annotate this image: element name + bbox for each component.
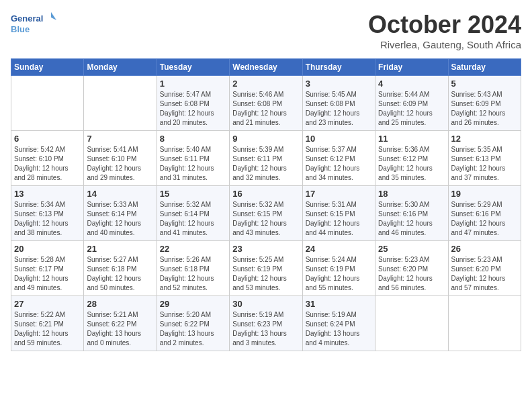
- day-number: 29: [160, 299, 226, 309]
- day-number: 12: [451, 134, 518, 144]
- calendar-cell: 27Sunrise: 5:22 AM Sunset: 6:21 PM Dayli…: [11, 296, 84, 351]
- day-info: Sunrise: 5:40 AM Sunset: 6:11 PM Dayligh…: [160, 145, 226, 183]
- day-info: Sunrise: 5:46 AM Sunset: 6:08 PM Dayligh…: [232, 90, 299, 128]
- day-info: Sunrise: 5:36 AM Sunset: 6:12 PM Dayligh…: [378, 145, 445, 183]
- day-info: Sunrise: 5:32 AM Sunset: 6:15 PM Dayligh…: [232, 200, 299, 238]
- day-number: 11: [378, 134, 445, 144]
- day-number: 7: [87, 134, 153, 144]
- day-number: 16: [232, 189, 299, 199]
- day-info: Sunrise: 5:37 AM Sunset: 6:12 PM Dayligh…: [306, 145, 372, 183]
- calendar-cell: 17Sunrise: 5:31 AM Sunset: 6:15 PM Dayli…: [302, 186, 375, 241]
- day-number: 24: [306, 244, 372, 254]
- svg-marker-2: [51, 12, 56, 20]
- calendar-cell: 18Sunrise: 5:30 AM Sunset: 6:16 PM Dayli…: [375, 186, 448, 241]
- calendar-cell: 4Sunrise: 5:44 AM Sunset: 6:09 PM Daylig…: [375, 76, 448, 131]
- svg-text:General: General: [11, 13, 43, 24]
- day-number: 25: [378, 244, 445, 254]
- calendar-cell: 24Sunrise: 5:24 AM Sunset: 6:19 PM Dayli…: [302, 241, 375, 296]
- day-info: Sunrise: 5:19 AM Sunset: 6:23 PM Dayligh…: [232, 310, 299, 348]
- calendar-cell: 30Sunrise: 5:19 AM Sunset: 6:23 PM Dayli…: [230, 296, 302, 351]
- logo-svg: General Blue: [11, 11, 58, 38]
- day-info: Sunrise: 5:45 AM Sunset: 6:08 PM Dayligh…: [306, 90, 372, 128]
- day-number: 17: [306, 189, 372, 199]
- day-number: 9: [232, 134, 299, 144]
- calendar-cell: 16Sunrise: 5:32 AM Sunset: 6:15 PM Dayli…: [230, 186, 302, 241]
- day-header-wednesday: Wednesday: [230, 59, 302, 76]
- day-info: Sunrise: 5:25 AM Sunset: 6:19 PM Dayligh…: [232, 255, 299, 293]
- day-info: Sunrise: 5:24 AM Sunset: 6:19 PM Dayligh…: [306, 255, 372, 293]
- day-number: 23: [232, 244, 299, 254]
- day-info: Sunrise: 5:42 AM Sunset: 6:10 PM Dayligh…: [14, 145, 81, 183]
- day-info: Sunrise: 5:26 AM Sunset: 6:18 PM Dayligh…: [160, 255, 226, 293]
- calendar-cell: 23Sunrise: 5:25 AM Sunset: 6:19 PM Dayli…: [230, 241, 302, 296]
- day-number: 31: [306, 299, 372, 309]
- calendar-cell: 10Sunrise: 5:37 AM Sunset: 6:12 PM Dayli…: [302, 131, 375, 186]
- month-title: October 2024: [368, 11, 521, 39]
- calendar-cell: 11Sunrise: 5:36 AM Sunset: 6:12 PM Dayli…: [375, 131, 448, 186]
- calendar-cell: 12Sunrise: 5:35 AM Sunset: 6:13 PM Dayli…: [448, 131, 521, 186]
- day-number: 1: [160, 79, 226, 89]
- day-number: 19: [451, 189, 518, 199]
- day-number: 4: [378, 79, 445, 89]
- day-info: Sunrise: 5:32 AM Sunset: 6:14 PM Dayligh…: [160, 200, 226, 238]
- calendar-cell: 7Sunrise: 5:41 AM Sunset: 6:10 PM Daylig…: [84, 131, 157, 186]
- day-number: 26: [451, 244, 518, 254]
- calendar-week-row: 6Sunrise: 5:42 AM Sunset: 6:10 PM Daylig…: [11, 131, 521, 186]
- calendar-cell: 13Sunrise: 5:34 AM Sunset: 6:13 PM Dayli…: [11, 186, 84, 241]
- logo: General Blue: [11, 11, 58, 38]
- day-info: Sunrise: 5:28 AM Sunset: 6:17 PM Dayligh…: [14, 255, 81, 293]
- day-info: Sunrise: 5:44 AM Sunset: 6:09 PM Dayligh…: [378, 90, 445, 128]
- day-info: Sunrise: 5:30 AM Sunset: 6:16 PM Dayligh…: [378, 200, 445, 238]
- calendar-body: 1Sunrise: 5:47 AM Sunset: 6:08 PM Daylig…: [11, 76, 521, 351]
- day-number: 28: [87, 299, 153, 309]
- day-number: 6: [14, 134, 81, 144]
- day-info: Sunrise: 5:29 AM Sunset: 6:16 PM Dayligh…: [451, 200, 518, 238]
- day-number: 22: [160, 244, 226, 254]
- day-number: 13: [14, 189, 81, 199]
- day-number: 21: [87, 244, 153, 254]
- day-info: Sunrise: 5:41 AM Sunset: 6:10 PM Dayligh…: [87, 145, 153, 183]
- day-number: 2: [232, 79, 299, 89]
- day-header-thursday: Thursday: [302, 59, 375, 76]
- calendar-cell: [375, 296, 448, 351]
- calendar-week-row: 1Sunrise: 5:47 AM Sunset: 6:08 PM Daylig…: [11, 76, 521, 131]
- day-info: Sunrise: 5:21 AM Sunset: 6:22 PM Dayligh…: [87, 310, 153, 348]
- calendar-cell: [11, 76, 84, 131]
- calendar-cell: 6Sunrise: 5:42 AM Sunset: 6:10 PM Daylig…: [11, 131, 84, 186]
- day-number: 5: [451, 79, 518, 89]
- day-info: Sunrise: 5:23 AM Sunset: 6:20 PM Dayligh…: [378, 255, 445, 293]
- calendar-cell: 25Sunrise: 5:23 AM Sunset: 6:20 PM Dayli…: [375, 241, 448, 296]
- svg-text:Blue: Blue: [11, 24, 30, 34]
- day-number: 18: [378, 189, 445, 199]
- day-number: 30: [232, 299, 299, 309]
- day-info: Sunrise: 5:27 AM Sunset: 6:18 PM Dayligh…: [87, 255, 153, 293]
- day-number: 8: [160, 134, 226, 144]
- calendar-cell: 31Sunrise: 5:19 AM Sunset: 6:24 PM Dayli…: [302, 296, 375, 351]
- calendar-cell: 21Sunrise: 5:27 AM Sunset: 6:18 PM Dayli…: [84, 241, 157, 296]
- day-header-monday: Monday: [84, 59, 157, 76]
- day-info: Sunrise: 5:33 AM Sunset: 6:14 PM Dayligh…: [87, 200, 153, 238]
- day-info: Sunrise: 5:23 AM Sunset: 6:20 PM Dayligh…: [451, 255, 518, 293]
- calendar-cell: [448, 296, 521, 351]
- calendar-cell: [84, 76, 157, 131]
- calendar-cell: 19Sunrise: 5:29 AM Sunset: 6:16 PM Dayli…: [448, 186, 521, 241]
- title-block: October 2024 Riverlea, Gauteng, South Af…: [368, 11, 521, 50]
- calendar-cell: 14Sunrise: 5:33 AM Sunset: 6:14 PM Dayli…: [84, 186, 157, 241]
- day-info: Sunrise: 5:22 AM Sunset: 6:21 PM Dayligh…: [14, 310, 81, 348]
- day-number: 20: [14, 244, 81, 254]
- calendar-cell: 8Sunrise: 5:40 AM Sunset: 6:11 PM Daylig…: [157, 131, 229, 186]
- day-info: Sunrise: 5:31 AM Sunset: 6:15 PM Dayligh…: [306, 200, 372, 238]
- calendar-cell: 29Sunrise: 5:20 AM Sunset: 6:22 PM Dayli…: [157, 296, 229, 351]
- location-subtitle: Riverlea, Gauteng, South Africa: [368, 39, 521, 50]
- calendar-week-row: 27Sunrise: 5:22 AM Sunset: 6:21 PM Dayli…: [11, 296, 521, 351]
- day-number: 14: [87, 189, 153, 199]
- calendar-cell: 28Sunrise: 5:21 AM Sunset: 6:22 PM Dayli…: [84, 296, 157, 351]
- day-number: 3: [306, 79, 372, 89]
- day-header-friday: Friday: [375, 59, 448, 76]
- day-info: Sunrise: 5:19 AM Sunset: 6:24 PM Dayligh…: [306, 310, 372, 348]
- day-number: 27: [14, 299, 81, 309]
- calendar-cell: 15Sunrise: 5:32 AM Sunset: 6:14 PM Dayli…: [157, 186, 229, 241]
- day-info: Sunrise: 5:35 AM Sunset: 6:13 PM Dayligh…: [451, 145, 518, 183]
- calendar-header-row: SundayMondayTuesdayWednesdayThursdayFrid…: [11, 59, 521, 76]
- day-info: Sunrise: 5:34 AM Sunset: 6:13 PM Dayligh…: [14, 200, 81, 238]
